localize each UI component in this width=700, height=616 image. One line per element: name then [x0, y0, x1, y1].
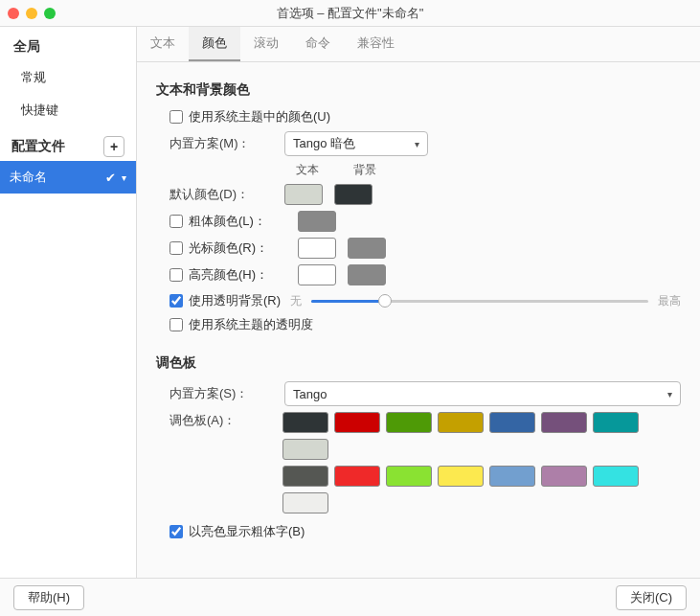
palette-swatch[interactable]: [386, 466, 432, 487]
chevron-down-icon: ▾: [122, 172, 126, 183]
tab-command[interactable]: 命令: [292, 27, 344, 61]
close-button[interactable]: 关闭(C): [616, 585, 687, 610]
bright-bold-checkbox[interactable]: 以亮色显示粗体字(B): [169, 523, 305, 540]
highlight-text-swatch[interactable]: [298, 264, 336, 285]
use-system-theme-input[interactable]: [169, 110, 183, 124]
slider-max-label: 最高: [658, 293, 681, 309]
palette-swatch[interactable]: [593, 412, 639, 433]
add-profile-button[interactable]: +: [103, 136, 124, 157]
builtin-scheme-label: 内置方案(M)：: [169, 135, 275, 152]
tabs: 文本 颜色 滚动 命令 兼容性: [137, 27, 700, 62]
use-system-theme-checkbox[interactable]: 使用系统主题中的颜色(U): [169, 108, 330, 125]
cursor-text-swatch[interactable]: [298, 238, 336, 259]
palette-swatch[interactable]: [541, 466, 587, 487]
default-text-swatch[interactable]: [284, 184, 323, 205]
palette-swatch[interactable]: [438, 466, 484, 487]
transparent-bg-checkbox[interactable]: 使用透明背景(R): [169, 292, 281, 309]
slider-min-label: 无: [290, 293, 302, 309]
use-sys-trans-input[interactable]: [169, 318, 183, 331]
highlight-bg-swatch[interactable]: [348, 264, 386, 285]
palette-swatch[interactable]: [386, 412, 432, 433]
palette-label: 调色板(A)：: [169, 412, 273, 429]
palette-builtin-label: 内置方案(S)：: [169, 385, 275, 402]
highlight-color-input[interactable]: [169, 268, 183, 282]
tab-color[interactable]: 颜色: [189, 27, 240, 61]
close-window-icon[interactable]: [8, 8, 19, 19]
zoom-window-icon[interactable]: [44, 8, 56, 19]
section-textbg-title: 文本和背景颜色: [156, 81, 681, 99]
palette-swatch[interactable]: [282, 492, 328, 513]
palette-builtin-select[interactable]: Tango ▾: [284, 381, 681, 406]
help-button[interactable]: 帮助(H): [13, 585, 84, 610]
highlight-color-checkbox[interactable]: 高亮颜色(H)：: [169, 266, 288, 284]
palette-swatch[interactable]: [282, 466, 328, 487]
sidebar-header-profiles: 配置文件: [11, 138, 65, 155]
palette-swatch[interactable]: [541, 412, 587, 433]
chevron-down-icon: ▾: [667, 389, 672, 399]
bold-color-checkbox[interactable]: 粗体颜色(L)：: [169, 213, 288, 230]
profile-name: 未命名: [10, 169, 105, 186]
palette-row-1: [282, 412, 681, 460]
default-bg-swatch[interactable]: [334, 184, 373, 205]
sidebar-profile-selected[interactable]: 未命名 ✔ ▾: [0, 161, 136, 194]
minimize-window-icon[interactable]: [26, 8, 37, 19]
titlebar: 首选项 – 配置文件"未命名": [0, 0, 700, 27]
sidebar: 全局 常规 快捷键 配置文件 + 未命名 ✔ ▾: [0, 27, 137, 578]
traffic-lights: [8, 8, 56, 19]
window-title: 首选项 – 配置文件"未命名": [0, 5, 700, 22]
checkmark-icon: ✔: [105, 171, 116, 185]
footer: 帮助(H) 关闭(C): [0, 578, 700, 616]
tab-compat[interactable]: 兼容性: [344, 27, 408, 61]
cursor-color-checkbox[interactable]: 光标颜色(R)：: [169, 240, 288, 257]
palette-row-2: [282, 466, 681, 513]
section-palette-title: 调色板: [156, 354, 681, 372]
default-color-label: 默认颜色(D)：: [169, 186, 275, 203]
bold-text-swatch[interactable]: [298, 211, 336, 232]
use-sys-trans-checkbox[interactable]: 使用系统主题的透明度: [169, 316, 313, 333]
palette-swatch[interactable]: [282, 439, 328, 460]
cursor-color-input[interactable]: [169, 241, 183, 255]
tab-scroll[interactable]: 滚动: [240, 27, 292, 61]
col-header-text: 文本: [288, 162, 327, 178]
builtin-scheme-select[interactable]: Tango 暗色 ▾: [284, 131, 428, 156]
transparent-bg-input[interactable]: [169, 294, 183, 308]
palette-swatch[interactable]: [334, 412, 380, 433]
palette-swatch[interactable]: [489, 412, 535, 433]
palette-swatch[interactable]: [282, 412, 328, 433]
palette-swatch[interactable]: [438, 412, 484, 433]
bold-color-input[interactable]: [169, 215, 183, 228]
palette-swatch[interactable]: [489, 466, 535, 487]
tab-text[interactable]: 文本: [137, 27, 189, 61]
transparency-slider[interactable]: [311, 291, 648, 310]
col-header-bg: 背景: [346, 162, 384, 178]
palette-swatch[interactable]: [593, 466, 639, 487]
sidebar-header-global: 全局: [0, 27, 136, 61]
sidebar-item-general[interactable]: 常规: [0, 61, 136, 94]
cursor-bg-swatch[interactable]: [348, 238, 386, 259]
sidebar-item-shortcuts[interactable]: 快捷键: [0, 94, 136, 126]
chevron-down-icon: ▾: [415, 139, 419, 149]
bright-bold-input[interactable]: [169, 525, 183, 538]
palette-swatch[interactable]: [334, 466, 380, 487]
